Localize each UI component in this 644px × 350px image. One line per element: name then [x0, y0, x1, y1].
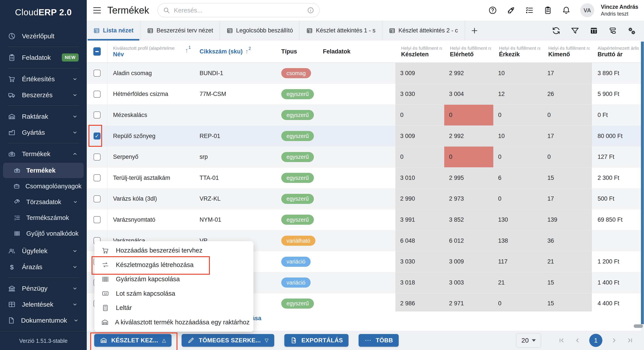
clipboard-icon[interactable]	[544, 6, 552, 15]
svg-text:1: 1	[14, 215, 16, 218]
user-name: Vincze András	[601, 4, 638, 10]
chevron-up-icon	[70, 151, 79, 157]
sidebar-subitem-termekszamok[interactable]: 12Termékszámok	[3, 210, 84, 226]
tab-1[interactable]: Lista nézet	[87, 20, 140, 40]
action-button-1[interactable]: KÉSZLET KEZ...△	[94, 334, 172, 347]
sidebar-item-raktarak[interactable]: Raktárak	[0, 108, 87, 124]
gears-icon[interactable]	[627, 26, 636, 35]
search-box[interactable]	[158, 3, 320, 17]
tab-4[interactable]: Készlet áttekintés 1 - s	[300, 20, 382, 40]
horizontal-scrollbar-thumb[interactable]	[634, 324, 643, 328]
cell-stock-1: 6 012	[444, 230, 493, 251]
column-header-nev[interactable]: ↑1Kiválasztott profil (alapértelmeNév	[107, 40, 194, 62]
menu-item-label: Készletmozgás létrehozása	[116, 261, 194, 268]
app-window: CloudERP 2.0 VezérlőpultFeladatokNEWÉrté…	[0, 0, 644, 350]
tab-5[interactable]: Készlet áttekintés 2 - c	[382, 20, 465, 40]
table-row[interactable]: VarázsnyomtatóNYM-01egyszerű3 9913 85213…	[87, 210, 641, 230]
table-row[interactable]: Hétmérföldes csizma77M-CSMegyszerű3 0303…	[87, 84, 641, 105]
cell-stock-3: 36	[542, 230, 592, 251]
table-row[interactable]: Repülő szőnyegREP-01egyszerű3 0092 99210…	[87, 126, 641, 147]
first-page-button[interactable]	[558, 336, 566, 344]
box-icon	[13, 167, 21, 174]
vertical-scrollbar[interactable]	[641, 42, 644, 324]
chevron-down-icon	[72, 199, 79, 204]
action-button-2[interactable]: TÖMEGES SZERKE...▽	[182, 334, 274, 347]
menu-item-3[interactable]: Gyáriszám kapcsolása	[94, 272, 254, 286]
next-page-button[interactable]	[610, 336, 618, 344]
sidebar-subitem-gyujto-vonalkodok[interactable]: Gyűjtő vonalkódok	[3, 226, 84, 241]
columns-icon[interactable]	[589, 26, 598, 35]
sidebar-item-beszerzes[interactable]: Beszerzés	[0, 87, 87, 103]
menu-item-label: A kiválasztott termék hozzáadása egy rak…	[115, 319, 250, 326]
action-button-4[interactable]: TÖBB	[358, 334, 399, 347]
column-header-text: Típus	[281, 48, 297, 55]
table-row[interactable]: Aladin csomagBUNDI-1csomag3 0092 9921017…	[87, 63, 641, 84]
last-page-button[interactable]	[626, 336, 634, 344]
cell-stock-2: 138	[493, 230, 542, 251]
checklist-icon[interactable]	[525, 6, 534, 15]
sidebar-item-vezerlopult[interactable]: Vezérlőpult	[0, 28, 87, 44]
table-row[interactable]: Terülj-terülj asztalkámTTA-01egyszerű3 0…	[87, 168, 641, 188]
table-row[interactable]: Serpenyősrpegyszerű0000127 Ft	[87, 146, 641, 168]
current-page-button[interactable]: 1	[589, 334, 602, 347]
sidebar-subitem-torzsadatok[interactable]: Törzsadatok	[3, 194, 84, 210]
avatar[interactable]: VA	[580, 3, 594, 17]
row-checkbox[interactable]	[94, 216, 100, 223]
bell-icon[interactable]	[562, 6, 570, 15]
menu-item-5[interactable]: Leltár	[94, 301, 254, 315]
sort-indicator[interactable]: ↑1	[185, 47, 191, 54]
sort-indicator[interactable]: ↑2	[245, 48, 251, 55]
refresh-icon[interactable]	[552, 26, 561, 35]
table-view-icon	[147, 28, 154, 34]
row-checkbox[interactable]	[94, 112, 100, 118]
sidebar-item-penzugy[interactable]: Pénzügy	[0, 280, 87, 296]
menu-item-4[interactable]: 12Lot szám kapcsolása	[94, 286, 254, 301]
sidebar-item-ertekesites[interactable]: Értékesítés	[0, 71, 87, 87]
page-size-select[interactable]: 20	[516, 333, 541, 348]
chevron-down-icon	[70, 248, 79, 254]
cell-stock-3: 17	[542, 63, 592, 84]
row-checkbox[interactable]	[94, 174, 100, 181]
menu-item-2[interactable]: Készletmozgás létrehozása	[94, 258, 254, 272]
sidebar-item-arazas[interactable]: $Árazás	[0, 259, 87, 275]
help-icon[interactable]	[488, 6, 497, 15]
filter-icon[interactable]	[570, 26, 580, 35]
cell-tasks	[317, 272, 396, 293]
row-select-cell	[87, 105, 107, 126]
prev-page-button[interactable]	[574, 336, 581, 344]
sidebar-item-termekek[interactable]: Termékek	[0, 146, 87, 162]
row-checkbox[interactable]	[94, 91, 100, 98]
layout-icon[interactable]	[608, 26, 617, 35]
info-icon[interactable]	[307, 7, 314, 14]
menu-item-6[interactable]: A kiválasztott termék hozzáadása egy rak…	[94, 315, 254, 330]
search-input[interactable]	[174, 6, 304, 14]
row-checkbox[interactable]	[94, 195, 100, 202]
cell-type: egyszerű	[276, 146, 317, 167]
tab-3[interactable]: Legolcsóbb beszállító	[220, 20, 300, 40]
add-view-button[interactable]	[465, 20, 484, 40]
tab-2[interactable]: Beszerzési terv nézet	[140, 20, 220, 40]
sidebar-subitem-csomagoloanyagok[interactable]: Csomagolóanyagok	[3, 178, 84, 194]
row-checkbox[interactable]	[94, 70, 100, 77]
hamburger-menu-icon[interactable]	[92, 6, 102, 15]
sidebar-item-ugyfelek[interactable]: Ügyfelek	[0, 243, 87, 259]
cell-name: Hétmérföldes csizma	[107, 84, 194, 105]
sidebar-item-feladatok[interactable]: FeladatokNEW	[0, 50, 87, 66]
row-checkbox[interactable]	[94, 132, 100, 140]
table-row[interactable]: Mézeskalácsegyszerű00000 Ft	[87, 105, 641, 126]
menu-item-1[interactable]: Hozzáadás beszerzési tervhez	[94, 243, 254, 258]
row-checkbox[interactable]	[94, 154, 100, 160]
sidebar-item-dokumentumok[interactable]: Dokumentumok	[0, 312, 87, 328]
sidebar-subitem-termekek-sub[interactable]: Termékek	[3, 163, 84, 178]
table-row[interactable]: Varázs kóla (3dl)VRZ-KLegyszerű2 9902 97…	[87, 188, 641, 210]
price-value: 127 Ft	[598, 154, 614, 160]
sidebar-item-gyartas[interactable]: Gyártás	[0, 124, 87, 140]
column-header-cikkszam[interactable]: Cikkszám (sku)↑2	[194, 40, 276, 62]
stock-value: 138	[498, 238, 508, 244]
sidebar-item-jelentesek[interactable]: Jelentések	[0, 296, 87, 312]
select-all-checkbox[interactable]	[93, 47, 101, 56]
rocket-icon[interactable]	[507, 6, 516, 15]
barcode-icon	[101, 275, 110, 283]
table-header: ↑1Kiválasztott profil (alapértelmeNévCik…	[87, 40, 641, 63]
action-button-3[interactable]: EXPORTÁLÁS	[284, 334, 349, 347]
